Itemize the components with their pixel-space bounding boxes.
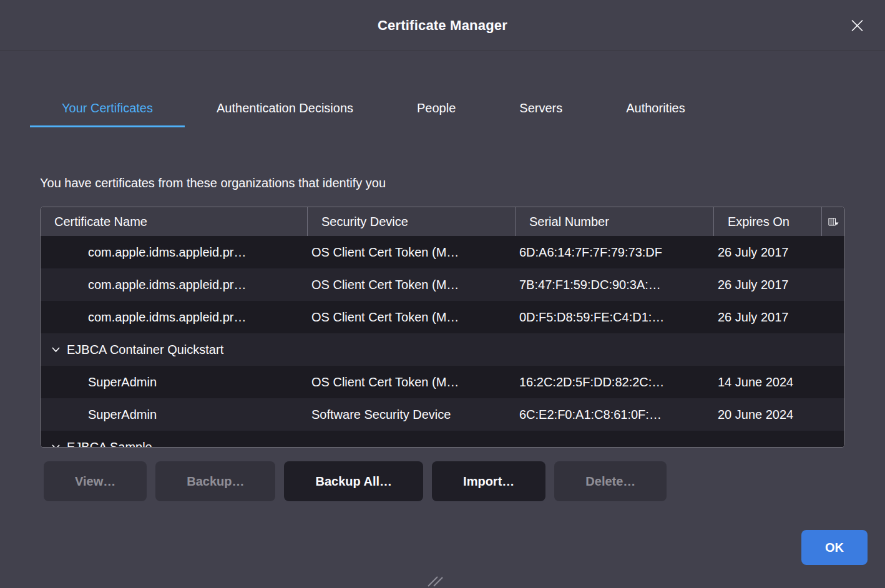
view-button[interactable]: View…	[44, 461, 147, 501]
certificate-name-cell: SuperAdmin	[41, 375, 308, 390]
resize-grip-icon	[427, 576, 443, 587]
column-header-security-device[interactable]: Security Device	[308, 207, 516, 236]
delete-button[interactable]: Delete…	[554, 461, 667, 501]
group-label: EJBCA Sample	[41, 440, 844, 448]
tab-servers[interactable]: Servers	[487, 91, 594, 127]
certificate-row[interactable]: com.apple.idms.appleid.pr…OS Client Cert…	[41, 268, 844, 301]
certificate-name-cell: com.apple.idms.appleid.pr…	[41, 278, 308, 292]
dialog-titlebar: Certificate Manager	[0, 0, 885, 51]
column-header-serial-number[interactable]: Serial Number	[516, 207, 714, 236]
certificate-group-row[interactable]: EJBCA Sample	[41, 431, 844, 448]
tab-bar: Your CertificatesAuthentication Decision…	[30, 91, 885, 127]
dialog-title: Certificate Manager	[378, 17, 507, 34]
column-header-expires-on[interactable]: Expires On	[714, 207, 822, 236]
serial-number-cell: 6C:E2:F0:A1:C8:61:0F:…	[516, 408, 714, 422]
certificates-description: You have certificates from these organiz…	[40, 176, 885, 190]
expires-on-cell: 26 July 2017	[714, 310, 822, 325]
chevron-down-icon	[52, 347, 60, 353]
serial-number-cell: 6D:A6:14:7F:7F:79:73:DF	[516, 245, 714, 260]
security-device-cell: Software Security Device	[308, 408, 516, 422]
security-device-cell: OS Client Cert Token (M…	[308, 375, 516, 390]
certificate-row[interactable]: com.apple.idms.appleid.pr…OS Client Cert…	[41, 301, 844, 333]
close-button[interactable]	[847, 15, 868, 36]
group-label: EJBCA Container Quickstart	[41, 343, 844, 357]
ok-button[interactable]: OK	[801, 530, 868, 565]
chevron-down-icon	[52, 444, 60, 448]
column-picker-icon	[828, 217, 839, 227]
serial-number-cell: 16:2C:2D:5F:DD:82:2C:…	[516, 375, 714, 390]
table-header: Certificate NameSecurity DeviceSerial Nu…	[41, 207, 844, 236]
security-device-cell: OS Client Cert Token (M…	[308, 245, 516, 260]
expires-on-cell: 20 June 2024	[714, 408, 822, 422]
certificate-name-cell: com.apple.idms.appleid.pr…	[41, 310, 308, 325]
tab-authorities[interactable]: Authorities	[594, 91, 717, 127]
expires-on-cell: 26 July 2017	[714, 245, 822, 260]
certificates-table: Certificate NameSecurity DeviceSerial Nu…	[40, 207, 845, 448]
backup-button[interactable]: Backup…	[155, 461, 275, 501]
resize-grip[interactable]	[427, 576, 443, 587]
certificate-row[interactable]: SuperAdminSoftware Security Device6C:E2:…	[41, 398, 844, 431]
security-device-cell: OS Client Cert Token (M…	[308, 278, 516, 292]
column-picker-button[interactable]	[822, 207, 844, 236]
tab-people[interactable]: People	[385, 91, 487, 127]
expires-on-cell: 26 July 2017	[714, 278, 822, 292]
certificate-row[interactable]: com.apple.idms.appleid.pr…OS Client Cert…	[41, 236, 844, 268]
certificate-group-row[interactable]: EJBCA Container Quickstart	[41, 333, 844, 366]
tab-your-certificates[interactable]: Your Certificates	[30, 91, 185, 127]
table-body: com.apple.idms.appleid.pr…OS Client Cert…	[41, 236, 844, 448]
expires-on-cell: 14 June 2024	[714, 375, 822, 390]
import-button[interactable]: Import…	[432, 461, 545, 501]
tab-authentication-decisions[interactable]: Authentication Decisions	[185, 91, 385, 127]
serial-number-cell: 7B:47:F1:59:DC:90:3A:…	[516, 278, 714, 292]
backup-all-button[interactable]: Backup All…	[284, 461, 423, 501]
serial-number-cell: 0D:F5:D8:59:FE:C4:D1:…	[516, 310, 714, 325]
certificate-row[interactable]: SuperAdminOS Client Cert Token (M…16:2C:…	[41, 366, 844, 398]
action-buttons: View…Backup…Backup All…Import…Delete…	[44, 461, 885, 501]
security-device-cell: OS Client Cert Token (M…	[308, 310, 516, 325]
close-icon	[851, 19, 864, 32]
column-header-certificate-name[interactable]: Certificate Name	[41, 207, 308, 236]
certificate-name-cell: SuperAdmin	[41, 408, 308, 422]
certificate-name-cell: com.apple.idms.appleid.pr…	[41, 245, 308, 260]
dialog-footer: OK	[0, 530, 868, 565]
